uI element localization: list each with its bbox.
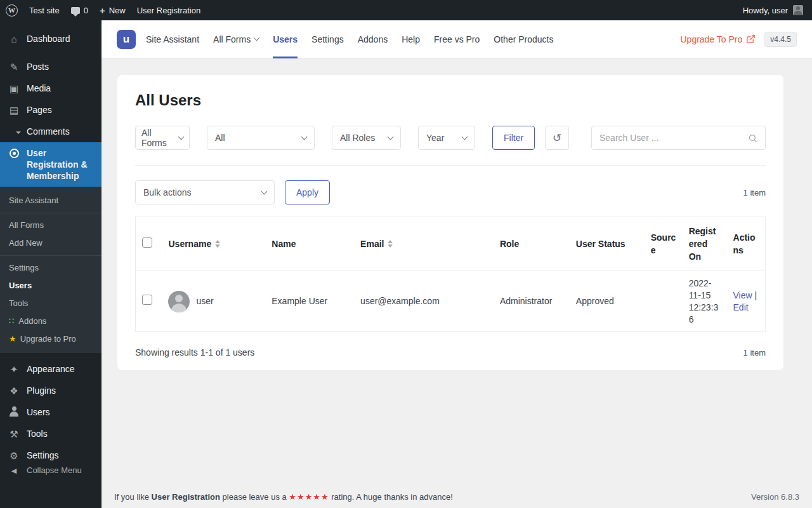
sort-icon[interactable] (388, 240, 393, 248)
page-footer: If you like User Registration please lea… (114, 492, 799, 502)
howdy-text[interactable]: Howdy, user (743, 6, 788, 15)
cell-name: Example User (265, 271, 354, 332)
sidebar-item-comments[interactable]: Comments (0, 121, 102, 142)
submenu-addons[interactable]: ∷Addons (0, 312, 102, 330)
table-row: user Example User user@example.com Admin… (136, 271, 766, 332)
sort-icon[interactable] (215, 240, 220, 248)
user-registration-logo[interactable]: u (117, 30, 136, 49)
collapse-arrow-icon: ◀ (8, 467, 20, 474)
submenu-add-new[interactable]: Add New (0, 234, 102, 252)
submenu-tools[interactable]: Tools (0, 295, 102, 312)
cell-source (645, 271, 683, 332)
chevron-down-icon (462, 133, 468, 140)
column-header-role: Role (494, 217, 570, 271)
adminbar-avatar[interactable] (793, 5, 803, 15)
tab-all-forms[interactable]: All Forms (213, 20, 259, 58)
search-input[interactable] (599, 133, 743, 143)
all-users-card: All Users All Forms All All Roles Year F… (117, 75, 783, 370)
tab-users[interactable]: Users (273, 20, 298, 58)
cell-registered-on: 2022-11-15 12:23:36 (683, 271, 727, 332)
filter-button[interactable]: Filter (492, 126, 535, 150)
chevron-down-icon (261, 188, 268, 194)
status-badge: Approved (570, 271, 645, 332)
section-divider (135, 165, 766, 166)
submenu-site-assistant[interactable]: Site Assistant (0, 192, 102, 210)
collapse-menu-button[interactable]: ◀ Collapse Menu (0, 460, 102, 481)
tab-site-assistant[interactable]: Site Assistant (146, 20, 199, 58)
tab-help[interactable]: Help (402, 20, 420, 58)
submenu-divider (0, 213, 102, 213)
sidebar-separator (0, 353, 102, 358)
select-all-checkbox[interactable] (142, 237, 152, 248)
tab-other-products[interactable]: Other Products (494, 20, 553, 58)
footer-plugin-name: User Registration (152, 492, 220, 502)
upgrade-star-icon: ★ (9, 334, 16, 344)
new-content-menu[interactable]: + New (94, 0, 131, 20)
form-filter-select[interactable]: All Forms (135, 126, 190, 150)
item-count: 1 item (743, 188, 766, 197)
submenu-settings[interactable]: Settings (0, 259, 102, 277)
plugins-icon: ❖ (8, 386, 20, 396)
sidebar-item-pages[interactable]: ▤ Pages (0, 99, 102, 121)
actions-separator: | (755, 290, 757, 300)
column-header-user-status: User Status (570, 217, 645, 271)
version-text: Version 6.8.3 (751, 492, 799, 502)
addons-icon: ∷ (9, 316, 15, 326)
submenu-upgrade-to-pro[interactable]: ★Upgrade to Pro (0, 330, 102, 348)
upgrade-to-pro-link[interactable]: Upgrade To Pro (680, 34, 756, 44)
sidebar-item-tools[interactable]: ⚒ Tools (0, 423, 102, 444)
view-link[interactable]: View (733, 290, 752, 300)
year-filter-select[interactable]: Year (418, 126, 475, 150)
admin-sidebar: ⌂ Dashboard ✎ Posts ▣ Media ▤ Pages Comm… (0, 20, 102, 508)
pages-icon: ▤ (8, 105, 20, 115)
submenu-all-forms[interactable]: All Forms (0, 217, 102, 234)
comment-bubble-icon (71, 7, 80, 14)
reset-filters-button[interactable]: ↺ (545, 126, 569, 150)
sidebar-item-media[interactable]: ▣ Media (0, 77, 102, 99)
status-filter-select[interactable]: All (207, 126, 315, 150)
plus-icon: + (100, 6, 105, 15)
tab-free-vs-pro[interactable]: Free vs Pro (434, 20, 480, 58)
rating-request-text: If you like User Registration please lea… (114, 492, 453, 502)
row-checkbox[interactable] (142, 295, 152, 305)
wordpress-menu[interactable]: W (0, 0, 23, 20)
column-header-registered-on: Registered On (683, 217, 727, 271)
sidebar-item-appearance[interactable]: ✦ Appearance (0, 358, 102, 380)
user-registration-adminbar-link[interactable]: User Registration (131, 0, 206, 20)
sidebar-item-users[interactable]: Users (0, 401, 102, 423)
sidebar-item-plugins[interactable]: ❖ Plugins (0, 380, 102, 401)
avatar (168, 291, 190, 312)
chevron-down-icon (388, 133, 394, 140)
chevron-down-icon (301, 133, 308, 140)
column-header-username[interactable]: Username (162, 217, 265, 271)
tab-settings[interactable]: Settings (311, 20, 344, 58)
search-icon (748, 133, 757, 143)
bulk-actions-select[interactable]: Bulk actions (135, 180, 275, 204)
role-filter-select[interactable]: All Roles (332, 126, 401, 150)
filters-row: All Forms All All Roles Year Filter ↺ (135, 126, 766, 150)
item-count: 1 item (743, 348, 766, 358)
column-header-source: Source (645, 217, 683, 271)
edit-link[interactable]: Edit (733, 302, 749, 312)
sidebar-item-user-registration[interactable]: User Registration & Membership (0, 142, 102, 187)
rating-stars[interactable]: ★★★★★ (289, 492, 329, 502)
sidebar-item-posts[interactable]: ✎ Posts (0, 56, 102, 77)
user-registration-submenu: Site Assistant All Forms Add New Setting… (0, 187, 102, 353)
sidebar-separator (0, 50, 102, 56)
cell-role: Administrator (494, 271, 570, 332)
appearance-icon: ✦ (8, 364, 20, 374)
dashboard-icon: ⌂ (8, 34, 20, 44)
tools-icon: ⚒ (8, 429, 20, 439)
table-header-row: Username Name Email Role User Status Sou… (136, 217, 766, 271)
apply-button[interactable]: Apply (285, 180, 330, 204)
new-label: New (109, 6, 126, 15)
submenu-users[interactable]: Users (0, 277, 102, 295)
site-name-link[interactable]: Test site (23, 0, 65, 20)
cell-email: user@example.com (354, 271, 494, 332)
comments-shortcut[interactable]: 0 (65, 0, 94, 20)
user-registration-icon (8, 149, 20, 159)
column-header-email[interactable]: Email (354, 217, 494, 271)
version-badge: v4.4.5 (764, 32, 797, 47)
sidebar-item-dashboard[interactable]: ⌂ Dashboard (0, 28, 102, 50)
tab-addons[interactable]: Addons (358, 20, 388, 58)
